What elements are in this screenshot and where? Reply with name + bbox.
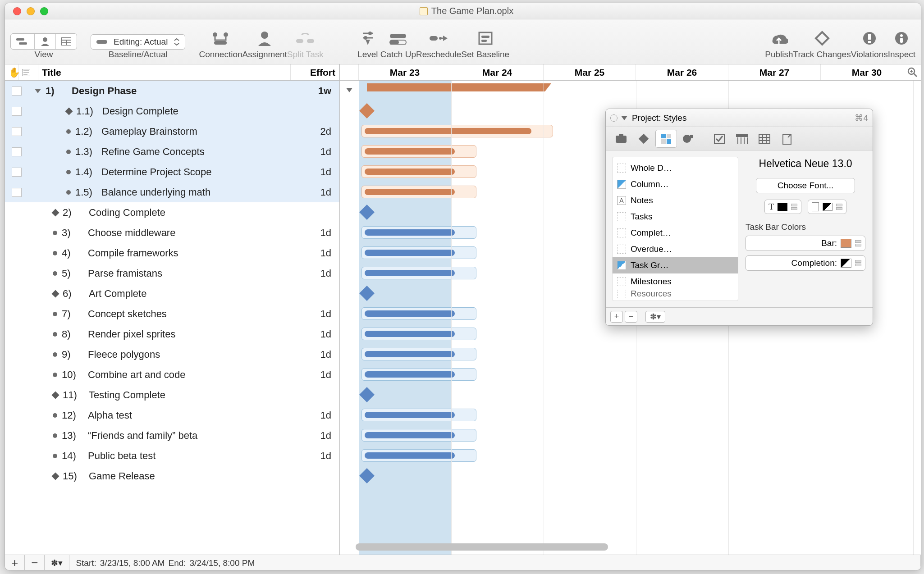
toolbar-connection[interactable]: Connection — [199, 30, 242, 59]
inspector-titlebar[interactable]: Project: Styles ⌘4 — [606, 109, 873, 127]
effort-cell[interactable]: 2d — [285, 126, 339, 137]
gantt-row[interactable] — [340, 81, 921, 101]
date-header[interactable]: Mar 25 — [544, 64, 636, 80]
gantt-row[interactable] — [340, 344, 921, 364]
milestone-diamond[interactable] — [359, 205, 375, 220]
task-bar[interactable] — [365, 371, 455, 378]
task-bar-shell[interactable] — [361, 429, 476, 442]
tab-project-icon[interactable] — [610, 130, 632, 148]
zoom-window-button[interactable] — [40, 7, 48, 15]
task-row[interactable]: 15)Game Release — [5, 466, 339, 486]
bar-color-row[interactable]: Bar: — [746, 236, 865, 251]
task-row[interactable]: 11)Testing Complete — [5, 385, 339, 405]
task-bar[interactable] — [365, 128, 531, 134]
task-bar-shell[interactable] — [361, 125, 553, 137]
style-list-item[interactable]: Column… — [613, 176, 738, 192]
task-row[interactable]: 1.4)Determine Project Scope1d — [5, 162, 339, 182]
note-cell[interactable] — [5, 127, 28, 136]
effort-cell[interactable]: 1d — [285, 227, 339, 239]
gantt-disclosure-icon[interactable] — [346, 88, 352, 92]
effort-column-header[interactable]: Effort — [291, 64, 339, 80]
task-bar-shell[interactable] — [361, 165, 476, 178]
title-cell[interactable]: 1.1)Design Complete — [28, 105, 285, 117]
task-bar[interactable] — [365, 250, 455, 256]
tab-table-icon[interactable] — [754, 130, 775, 148]
task-bar[interactable] — [365, 229, 455, 236]
tab-styles-icon[interactable] — [655, 130, 677, 148]
gantt-row[interactable] — [340, 466, 921, 486]
effort-cell[interactable]: 1d — [285, 146, 339, 158]
toolbar-set-baseline[interactable]: Set Baseline — [461, 30, 509, 59]
toolbar-level[interactable]: Level — [355, 30, 380, 59]
title-cell[interactable]: 1)Design Phase — [28, 85, 285, 97]
tab-export-icon[interactable] — [776, 130, 798, 148]
task-row[interactable]: 4)Compile frameworks1d — [5, 243, 339, 263]
task-bar-shell[interactable] — [361, 307, 476, 320]
task-bar-shell[interactable] — [361, 368, 476, 381]
task-bar-shell[interactable] — [361, 449, 476, 462]
task-bar[interactable] — [365, 310, 455, 317]
style-list-item[interactable]: Whole D… — [613, 160, 738, 176]
view-mode-gantt-icon[interactable] — [11, 34, 35, 49]
toolbar-reschedule[interactable]: Reschedule — [416, 30, 461, 59]
milestone-diamond[interactable] — [359, 103, 375, 118]
task-row[interactable]: 1.1)Design Complete — [5, 101, 339, 121]
view-mode-calendar-icon[interactable] — [56, 34, 77, 49]
task-bar-shell[interactable] — [361, 267, 476, 279]
styles-inspector[interactable]: Project: Styles ⌘4 Whole D…Column…ANotes… — [605, 109, 873, 326]
task-bar-shell[interactable] — [361, 226, 476, 239]
drag-handle-icon[interactable]: ✋ — [5, 64, 18, 80]
gantt-row[interactable] — [340, 405, 921, 425]
date-header[interactable]: Mar 27 — [728, 64, 821, 80]
effort-cell[interactable]: 1d — [285, 166, 339, 178]
gantt-row[interactable] — [340, 385, 921, 405]
milestone-diamond[interactable] — [359, 468, 375, 483]
gantt-row[interactable] — [340, 324, 921, 344]
style-remove-button[interactable]: − — [625, 311, 637, 323]
style-add-button[interactable]: + — [610, 311, 623, 323]
note-cell[interactable] — [5, 87, 28, 96]
title-cell[interactable]: 11)Testing Complete — [28, 389, 285, 401]
text-color-stepper[interactable]: T — [764, 200, 801, 214]
toolbar-track-changes[interactable]: Track Changes — [793, 30, 851, 59]
title-cell[interactable]: 15)Game Release — [28, 470, 285, 482]
task-bar-shell[interactable] — [361, 145, 476, 158]
toolbar-split-task[interactable]: Split Task — [287, 30, 324, 59]
style-list-item[interactable]: Tasks — [613, 209, 738, 225]
task-bar-shell[interactable] — [361, 328, 476, 340]
gantt-row[interactable] — [340, 425, 921, 446]
task-bar[interactable] — [365, 432, 455, 438]
gantt-scrollbar[interactable] — [348, 542, 915, 552]
minimize-window-button[interactable] — [27, 7, 35, 15]
date-header[interactable]: Mar 24 — [451, 64, 544, 80]
title-cell[interactable]: 7)Concept sketches — [28, 308, 285, 320]
action-menu-button[interactable]: ✽▾ — [45, 555, 69, 570]
inspector-collapse-icon[interactable] — [621, 116, 627, 120]
task-bar[interactable] — [365, 351, 455, 357]
tab-milestones-icon[interactable] — [633, 130, 654, 148]
view-switcher[interactable] — [10, 33, 77, 50]
task-bar-shell[interactable] — [361, 348, 476, 360]
tab-columns-icon[interactable] — [731, 130, 753, 148]
title-cell[interactable]: 6)Art Complete — [28, 288, 285, 300]
completion-color-row[interactable]: Completion: — [746, 255, 865, 271]
effort-cell[interactable]: 1w — [285, 85, 339, 97]
task-bar[interactable] — [365, 452, 455, 459]
date-header[interactable]: Mar 23 — [359, 64, 451, 80]
task-bar-shell[interactable] — [361, 409, 476, 421]
milestone-diamond[interactable] — [359, 286, 375, 301]
effort-cell[interactable]: 1d — [285, 349, 339, 360]
toolbar-violations[interactable]: Violations — [851, 30, 888, 59]
note-cell[interactable] — [5, 107, 28, 116]
task-row[interactable]: 14)Public beta test1d — [5, 446, 339, 466]
toolbar-assignment[interactable]: Assignment — [242, 30, 287, 59]
style-list-item[interactable]: ANotes — [613, 192, 738, 209]
title-cell[interactable]: 14)Public beta test — [28, 450, 285, 462]
style-list-item[interactable]: Overdue… — [613, 241, 738, 257]
title-cell[interactable]: 10)Combine art and code — [28, 369, 285, 381]
title-cell[interactable]: 9)Fleece polygons — [28, 349, 285, 360]
title-cell[interactable]: 1.3)Refine Game Concepts — [28, 146, 285, 158]
effort-cell[interactable]: 1d — [285, 369, 339, 381]
task-bar[interactable] — [365, 270, 455, 276]
note-cell[interactable] — [5, 147, 28, 156]
